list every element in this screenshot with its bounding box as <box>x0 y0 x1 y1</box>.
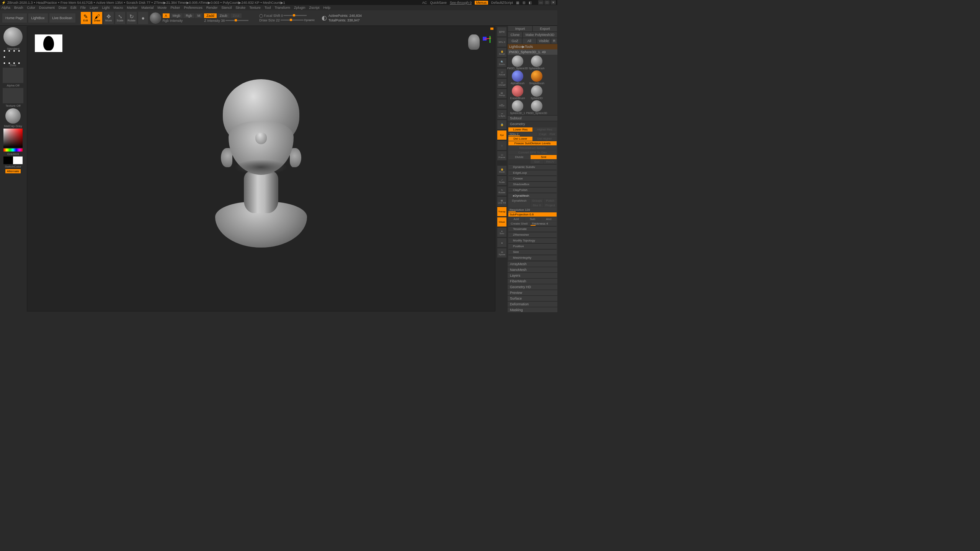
live-boolean-button[interactable]: Live Boolean <box>49 13 75 23</box>
material-selector[interactable] <box>5 108 21 124</box>
menu-file[interactable]: File <box>80 6 86 10</box>
tool-item[interactable]: AlphaBrush <box>508 70 527 85</box>
color-picker[interactable] <box>3 129 23 148</box>
minimize-button[interactable]: — <box>538 0 544 5</box>
import-button[interactable]: Import <box>508 26 532 32</box>
axis-gizmo[interactable] <box>482 34 492 44</box>
close-button[interactable]: ✕ <box>550 0 556 5</box>
seethrough-slider[interactable]: See-through 0 <box>450 1 472 5</box>
cam-scale-button[interactable]: ⤢Scale <box>497 176 506 185</box>
switch-color[interactable] <box>3 156 23 164</box>
brush-selector[interactable] <box>3 27 23 46</box>
default-zscript[interactable]: DefaultZScript <box>491 1 513 5</box>
and-button[interactable]: And <box>541 217 557 221</box>
fibermesh-section[interactable]: FiberMesh <box>508 278 557 284</box>
nav-head-gizmo[interactable] <box>468 34 480 50</box>
reference-thumbnail[interactable] <box>35 34 62 52</box>
dynamic-subdiv-section[interactable]: Dynamic Subdiv <box>508 164 557 170</box>
menu-tool[interactable]: Tool <box>265 6 271 10</box>
rgb-mode[interactable]: Rgb <box>183 13 194 18</box>
search-button[interactable]: ○ <box>497 141 506 150</box>
freeze-subdiv-button[interactable]: Freeze SubDivision Levels <box>508 141 557 145</box>
menu-picker[interactable]: Picker <box>170 6 180 10</box>
switchcolor-label[interactable]: SwitchColor <box>5 165 21 168</box>
gradient-label[interactable]: Gradient <box>7 152 19 156</box>
lightbox-button[interactable]: LightBox <box>28 13 48 23</box>
menu-material[interactable]: Material <box>141 6 154 10</box>
tool-item[interactable]: SphereBrush <box>528 55 546 70</box>
rotate-mode-button[interactable]: ↻Rotate <box>127 12 137 24</box>
subprojection-slider[interactable]: SubProjection 0.6 <box>508 212 557 217</box>
xyz-button[interactable]: Xyz <box>497 130 506 140</box>
imm-icon[interactable]: ◐ <box>322 14 327 21</box>
transp-button[interactable]: Transp <box>497 207 506 216</box>
surface-section[interactable]: Surface <box>508 295 557 301</box>
tool-item[interactable]: PM3D_Sphere3D <box>528 100 546 114</box>
menus-toggle[interactable]: Menus <box>475 1 488 5</box>
menu-preferences[interactable]: Preferences <box>184 6 203 10</box>
floor-button[interactable]: ▁Floor <box>497 99 506 109</box>
grid-icon[interactable]: ▦ <box>516 1 519 5</box>
menu-stroke[interactable]: Stroke <box>235 6 245 10</box>
scroll-button[interactable]: ✋Scroll <box>497 48 506 57</box>
make-polymesh-button[interactable]: Make PolyMesh3D <box>523 32 557 38</box>
goz-visible-button[interactable]: Visible <box>537 38 551 44</box>
reconstruct-button[interactable]: Reconstruct Subdiv <box>508 146 557 150</box>
aahalf-button[interactable]: ⊟AAHalf <box>497 79 506 88</box>
tool-item[interactable]: Sphere3D <box>528 85 546 99</box>
a-mode[interactable]: A <box>163 13 170 18</box>
clone-button[interactable]: Clone <box>508 32 523 38</box>
menu-brush[interactable]: Brush <box>14 6 23 10</box>
shadowbox-section[interactable]: ShadowBox <box>508 181 557 187</box>
menu-macro[interactable]: Macro <box>113 6 123 10</box>
gizmo-button[interactable]: ● <box>138 12 148 24</box>
alternate-button[interactable]: Alternate <box>5 169 21 173</box>
tool-item[interactable]: Sphere3D_1 <box>508 100 527 114</box>
zsub-mode[interactable]: Zsub <box>217 13 230 18</box>
dynamesh-button[interactable]: DynaMesh <box>508 199 530 207</box>
preview-section[interactable]: Preview <box>508 290 557 295</box>
sculptris-button[interactable] <box>150 12 161 24</box>
actual-button[interactable]: ⊡Actual <box>497 68 506 78</box>
lsym-button[interactable]: ⇔L.Sym <box>497 110 506 119</box>
arraymesh-section[interactable]: ArrayMesh <box>508 261 557 267</box>
draw-size-slider[interactable]: Draw Size 22 <box>259 18 280 22</box>
polyf-button[interactable]: ● <box>497 238 506 247</box>
tool-item[interactable]: SimpleBrush <box>528 70 546 85</box>
menu-marker[interactable]: Marker <box>127 6 137 10</box>
crease-section[interactable]: Crease <box>508 176 557 181</box>
lightbox-tools-header[interactable]: Lightbox▶Tools <box>508 44 557 49</box>
export-button[interactable]: Export <box>532 26 557 32</box>
menu-stencil[interactable]: Stencil <box>221 6 232 10</box>
sdiv-slider[interactable]: SDiv 2 <box>508 132 537 136</box>
stroke-selector[interactable]: • • • • •• • • • <box>3 51 23 63</box>
size-section[interactable]: Size <box>508 249 557 254</box>
zoom-button[interactable]: 🔍Zoom <box>497 58 506 67</box>
solo-button[interactable]: ●Solo <box>497 228 506 237</box>
ghost-button[interactable]: Ghost <box>497 217 506 227</box>
zcut-mode[interactable]: Zcut <box>230 13 242 18</box>
lock-button[interactable]: 🔒 <box>497 120 506 129</box>
tessimate-section[interactable]: Tessimate <box>508 226 557 231</box>
xpose-button[interactable]: ⊞Xpose <box>497 248 506 258</box>
claypolish-section[interactable]: ClayPolish <box>508 187 557 192</box>
modify-topology-section[interactable]: Modify Topology <box>508 238 557 243</box>
layout-icon[interactable]: ⊞ <box>523 1 526 5</box>
tool-name-header[interactable]: PM3D_Sphere3D_1. 49 <box>508 49 557 55</box>
hue-strip[interactable] <box>3 148 23 152</box>
subtool-section[interactable]: Subtool <box>508 115 557 121</box>
sculpt-mesh[interactable] <box>204 64 318 255</box>
spix-button[interactable]: SPix 3 <box>497 37 506 47</box>
deformation-section[interactable]: Deformation <box>508 301 557 307</box>
delhigher-button[interactable]: Del Higher <box>533 137 557 141</box>
menu-document[interactable]: Document <box>39 6 55 10</box>
dellower-button[interactable]: Del Lower <box>508 137 532 141</box>
edgeloop-section[interactable]: EdgeLoop <box>508 170 557 175</box>
menu-zscript[interactable]: Zscript <box>309 6 320 10</box>
tool-item[interactable]: EraserBrush <box>508 85 527 99</box>
focal-shift-slider[interactable]: Focal Shift 0 <box>264 14 283 18</box>
menu-render[interactable]: Render <box>206 6 218 10</box>
nanomesh-section[interactable]: NanoMesh <box>508 267 557 272</box>
masking-section[interactable]: Masking <box>508 307 557 312</box>
menu-layer[interactable]: Layer <box>90 6 98 10</box>
